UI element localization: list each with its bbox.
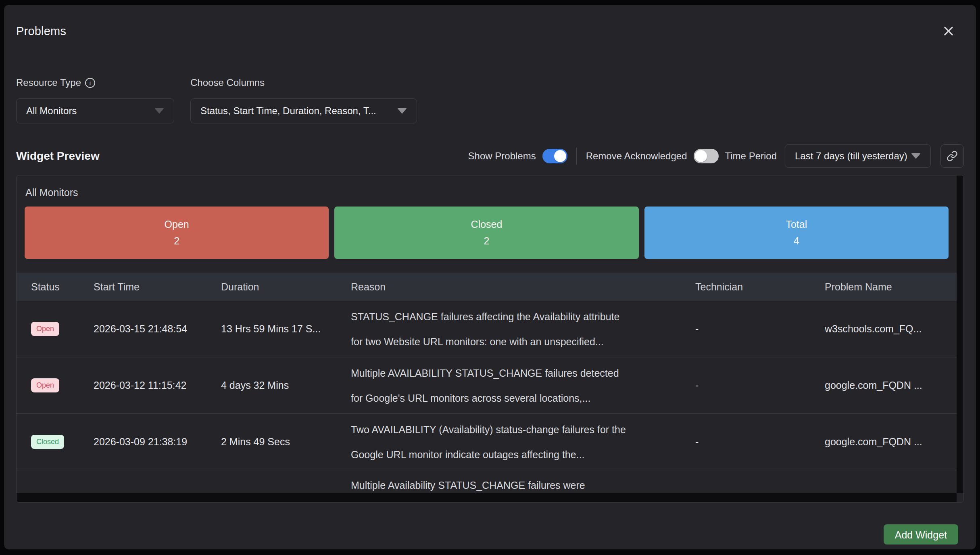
info-icon[interactable]: i bbox=[85, 78, 95, 88]
modal-title: Problems bbox=[16, 25, 66, 38]
chevron-down-icon bbox=[911, 153, 921, 159]
toggle-knob bbox=[695, 150, 707, 162]
status-cell: Open bbox=[31, 322, 94, 336]
problems-modal: Problems Resource Type i All Monitors bbox=[4, 5, 976, 549]
card-label: Open bbox=[165, 219, 189, 230]
horizontal-scrollbar[interactable] bbox=[17, 493, 957, 502]
reason-text: Two AVAILABILITY (Availability) status-c… bbox=[351, 417, 683, 442]
modal-header: Problems bbox=[4, 5, 976, 57]
page-background: Problems Resource Type i All Monitors bbox=[0, 0, 980, 555]
column-header-problem-name: Problem Name bbox=[825, 281, 957, 293]
choose-columns-group: Choose Columns Status, Start Time, Durat… bbox=[190, 77, 417, 123]
problem-name-cell: google.com_FQDN ... bbox=[825, 436, 957, 448]
duration-cell: 13 Hrs 59 Mins 17 S... bbox=[221, 323, 351, 335]
widget-title: All Monitors bbox=[17, 175, 957, 207]
reason-text: Multiple Availability STATUS_CHANGE fail… bbox=[351, 473, 683, 493]
modal-footer: Add Widget bbox=[4, 503, 976, 549]
reason-text: Multiple AVAILABILITY STATUS_CHANGE fail… bbox=[351, 361, 683, 386]
toggle-knob bbox=[554, 150, 566, 162]
close-button[interactable] bbox=[940, 22, 957, 40]
time-period-dropdown[interactable]: Last 7 days (till yesterday) bbox=[785, 144, 931, 168]
start-time-cell: 2026-03-15 21:48:54 bbox=[94, 323, 221, 335]
reason-text: Google URL monitor indicate outages affe… bbox=[351, 442, 683, 467]
preview-controls: Show Problems Remove Acknowledged Time P… bbox=[468, 144, 964, 168]
reason-text: for Google's URL monitors across several… bbox=[351, 386, 683, 411]
table-row: Closed2026-03-09 21:38:192 Mins 49 SecsT… bbox=[17, 414, 957, 470]
preview-toolbar: Widget Preview Show Problems Remove Ackn… bbox=[4, 144, 976, 168]
reason-text: STATUS_CHANGE failures affecting the Ava… bbox=[351, 304, 683, 329]
column-header-reason: Reason bbox=[351, 281, 695, 293]
summary-cards: Open2Closed2Total4 bbox=[17, 207, 957, 259]
reason-cell: STATUS_CHANGE failures affecting the Ava… bbox=[351, 301, 695, 357]
column-header-status: Status bbox=[31, 281, 94, 293]
widget-preview-content: All Monitors Open2Closed2Total4 StatusSt… bbox=[17, 175, 957, 493]
table-row: Multiple Availability STATUS_CHANGE fail… bbox=[17, 470, 957, 493]
chevron-down-icon bbox=[154, 108, 164, 114]
resource-type-label: Resource Type bbox=[16, 77, 81, 88]
column-header-start-time: Start Time bbox=[94, 281, 221, 293]
card-count: 2 bbox=[174, 235, 179, 247]
link-icon bbox=[947, 150, 958, 162]
column-header-duration: Duration bbox=[221, 281, 351, 293]
column-header-technician: Technician bbox=[695, 281, 825, 293]
remove-acknowledged-label: Remove Acknowledged bbox=[586, 150, 687, 162]
status-badge: Open bbox=[31, 378, 59, 393]
time-period-value: Last 7 days (till yesterday) bbox=[795, 150, 907, 162]
close-icon bbox=[942, 24, 955, 38]
start-time-cell: 2026-03-09 21:38:19 bbox=[94, 436, 221, 448]
resource-type-value: All Monitors bbox=[26, 105, 77, 117]
reason-text: for two Website URL monitors: one with a… bbox=[351, 329, 683, 354]
chevron-down-icon bbox=[397, 108, 407, 114]
status-badge: Open bbox=[31, 322, 59, 336]
summary-card-closed: Closed2 bbox=[334, 207, 638, 259]
choose-columns-label: Choose Columns bbox=[190, 77, 265, 88]
filters-section: Resource Type i All Monitors Choose Colu… bbox=[4, 77, 976, 123]
show-problems-label: Show Problems bbox=[468, 150, 536, 162]
summary-card-total: Total4 bbox=[644, 207, 949, 259]
resource-type-group: Resource Type i All Monitors bbox=[16, 77, 174, 123]
status-cell: Closed bbox=[31, 435, 94, 449]
technician-cell: - bbox=[695, 380, 825, 391]
start-time-cell: 2026-03-12 11:15:42 bbox=[94, 380, 221, 391]
technician-cell: - bbox=[695, 323, 825, 335]
technician-cell: - bbox=[695, 436, 825, 448]
link-button[interactable] bbox=[940, 144, 964, 168]
card-label: Total bbox=[786, 219, 807, 230]
resource-type-dropdown[interactable]: All Monitors bbox=[16, 98, 174, 123]
choose-columns-value: Status, Start Time, Duration, Reason, T.… bbox=[200, 105, 376, 117]
card-count: 4 bbox=[794, 235, 799, 247]
table-body: Open2026-03-15 21:48:5413 Hrs 59 Mins 17… bbox=[17, 301, 957, 493]
table-row: Open2026-03-15 21:48:5413 Hrs 59 Mins 17… bbox=[17, 301, 957, 357]
table-header: StatusStart TimeDurationReasonTechnician… bbox=[17, 273, 957, 301]
remove-acknowledged-toggle[interactable] bbox=[694, 149, 719, 163]
vertical-divider bbox=[576, 148, 577, 165]
add-widget-button[interactable]: Add Widget bbox=[884, 524, 958, 545]
show-problems-toggle[interactable] bbox=[542, 149, 567, 163]
widget-preview-panel: All Monitors Open2Closed2Total4 StatusSt… bbox=[16, 175, 964, 503]
duration-cell: 2 Mins 49 Secs bbox=[221, 436, 351, 448]
table-row: Open2026-03-12 11:15:424 days 32 MinsMul… bbox=[17, 357, 957, 414]
problem-name-cell: w3schools.com_FQ... bbox=[825, 323, 957, 335]
card-count: 2 bbox=[484, 235, 490, 247]
reason-cell: Multiple Availability STATUS_CHANGE fail… bbox=[351, 470, 695, 493]
status-badge: Closed bbox=[31, 435, 64, 449]
choose-columns-dropdown[interactable]: Status, Start Time, Duration, Reason, T.… bbox=[190, 98, 417, 123]
widget-preview-title: Widget Preview bbox=[16, 150, 468, 163]
summary-card-open: Open2 bbox=[25, 207, 329, 259]
reason-cell: Two AVAILABILITY (Availability) status-c… bbox=[351, 414, 695, 470]
duration-cell: 4 days 32 Mins bbox=[221, 380, 351, 391]
card-label: Closed bbox=[471, 219, 503, 230]
problem-name-cell: google.com_FQDN ... bbox=[825, 380, 957, 391]
reason-cell: Multiple AVAILABILITY STATUS_CHANGE fail… bbox=[351, 357, 695, 413]
status-cell: Open bbox=[31, 378, 94, 393]
time-period-label: Time Period bbox=[725, 150, 777, 162]
vertical-scrollbar[interactable] bbox=[957, 175, 963, 493]
